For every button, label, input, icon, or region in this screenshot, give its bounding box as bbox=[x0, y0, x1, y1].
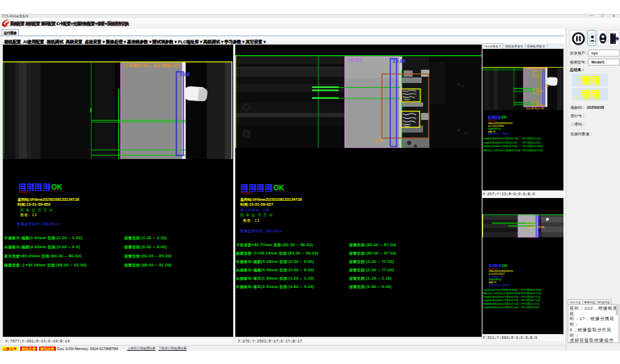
svg-text:AI检测框: AI检测框 bbox=[347, 57, 363, 63]
svg-text:14.88: 14.88 bbox=[375, 139, 383, 142]
svg-text:计算阈值:93，动态阈值:100: 计算阈值:93，动态阈值:100 bbox=[124, 63, 180, 68]
svg-text:154.88: 154.88 bbox=[526, 222, 535, 225]
svg-text:计算阈值:93 动态阈值: 计算阈值:93 动态阈值 bbox=[524, 68, 548, 70]
svg-text:23.88: 23.88 bbox=[392, 58, 406, 64]
svg-text:154.88:1: 154.88:1 bbox=[538, 90, 546, 93]
svg-text:3.88: 3.88 bbox=[179, 71, 190, 77]
svg-text:154.88:1: 154.88:1 bbox=[538, 104, 546, 107]
svg-text:154.88 Rq:1.38: 154.88 Rq:1.38 bbox=[526, 107, 544, 110]
svg-text:Rq:1.88 轴向断: Rq:1.88 轴向断 bbox=[526, 225, 545, 228]
